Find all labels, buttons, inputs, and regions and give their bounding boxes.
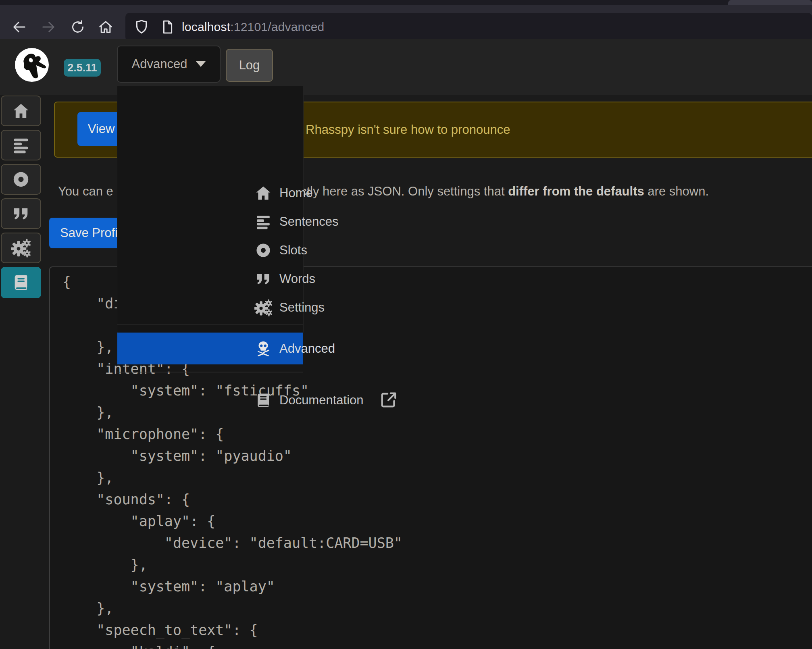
forward-arrow-icon [40, 19, 56, 35]
menu-item-label: Home [279, 186, 313, 200]
url-bar[interactable]: localhost:12101/advanced [125, 13, 812, 41]
pronounce-warning-text: Rhasspy isn't sure how to pronounce [306, 102, 510, 157]
menu-item-words[interactable]: Words [117, 264, 303, 293]
back-button[interactable] [8, 16, 31, 38]
shield-icon[interactable] [133, 18, 150, 36]
version-badge: 2.5.11 [64, 59, 101, 77]
menu-item-label: Documentation [279, 393, 364, 408]
menu-item-label: Settings [279, 300, 325, 315]
menu-item-slots[interactable]: Slots [117, 236, 303, 264]
sidebar-item-slots[interactable] [1, 164, 41, 195]
menu-item-label: Advanced [279, 341, 335, 356]
menu-item-sentences[interactable]: Sentences [117, 207, 303, 236]
home-icon [12, 102, 30, 120]
gears-icon [11, 238, 31, 258]
rhasspy-logo [15, 48, 49, 82]
menu-item-label: Sentences [279, 214, 339, 229]
page-icon[interactable] [159, 19, 176, 35]
book-icon [254, 391, 273, 410]
align-left-icon [12, 136, 30, 154]
quote-icon [254, 269, 273, 289]
donut-icon [254, 241, 273, 260]
sidebar-item-sentences[interactable] [1, 130, 41, 160]
menu-item-home[interactable]: Home [117, 179, 303, 207]
external-link-icon [379, 391, 398, 409]
align-left-icon [254, 212, 273, 231]
intro-text-right: ctly here as JSON. Only settings that di… [300, 184, 709, 199]
rhasspy-advanced-page: localhost:12101/advanced 2.5.11 Advanced… [0, 0, 812, 649]
log-button[interactable]: Log [226, 49, 273, 82]
url-text[interactable]: localhost:12101/advanced [182, 20, 324, 34]
gears-icon [254, 298, 273, 317]
forward-button[interactable] [37, 16, 60, 38]
sidebar-item-words[interactable] [1, 198, 41, 229]
menu-item-settings[interactable]: Settings [117, 293, 303, 322]
intro-text-left: You can e [58, 184, 113, 199]
nav-dropdown-menu: Home Sentences Slots Words [117, 86, 303, 335]
skull-crossbones-icon [254, 339, 273, 358]
sidebar-item-advanced[interactable] [1, 267, 41, 298]
menu-divider-2 [117, 372, 303, 372]
home-icon [254, 183, 273, 203]
menu-item-label: Slots [279, 243, 307, 258]
home-icon [98, 19, 114, 35]
quote-icon [12, 204, 30, 223]
reload-icon [70, 19, 86, 35]
book-icon [12, 273, 30, 292]
browser-toolbar: localhost:12101/advanced [0, 5, 812, 39]
browser-tab-strip [0, 0, 812, 5]
browser-tab-fragment [728, 0, 812, 5]
caret-down-icon [196, 61, 206, 67]
nav-dropdown-toggle-label: Advanced [132, 57, 187, 71]
nav-dropdown-toggle[interactable]: Advanced [117, 46, 221, 83]
menu-divider [117, 324, 303, 325]
back-arrow-icon [11, 19, 27, 35]
menu-item-label: Words [279, 272, 315, 286]
reload-button[interactable] [67, 16, 89, 38]
home-button[interactable] [94, 16, 117, 38]
sidebar-item-settings[interactable] [1, 233, 41, 263]
menu-item-advanced[interactable]: Advanced [117, 333, 303, 364]
sidebar-item-home[interactable] [1, 96, 41, 126]
menu-item-documentation[interactable]: Documentation [117, 386, 303, 414]
donut-icon [12, 170, 30, 189]
